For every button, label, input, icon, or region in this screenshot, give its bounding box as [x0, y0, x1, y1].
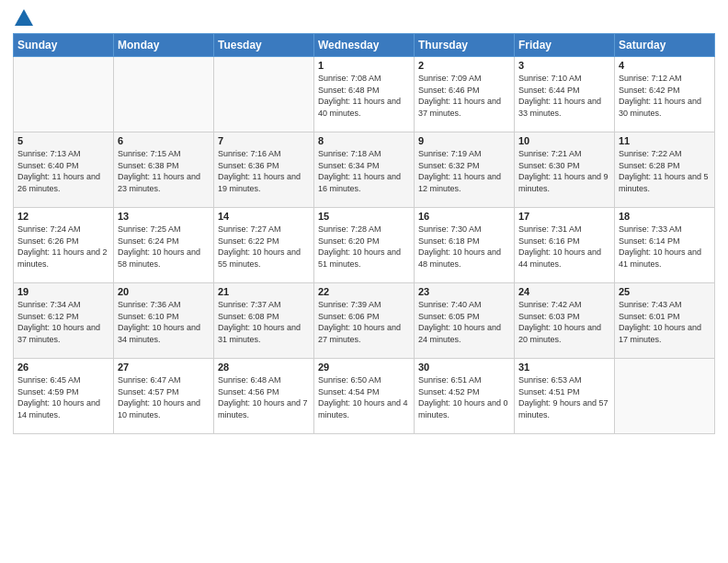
calendar-cell: 16Sunrise: 7:30 AM Sunset: 6:18 PM Dayli… — [415, 208, 515, 283]
day-info: Sunrise: 7:09 AM Sunset: 6:46 PM Dayligh… — [418, 73, 510, 119]
logo — [13, 9, 33, 28]
page-container: SundayMondayTuesdayWednesdayThursdayFrid… — [0, 0, 728, 563]
day-number: 21 — [218, 286, 310, 297]
calendar-cell: 2Sunrise: 7:09 AM Sunset: 6:46 PM Daylig… — [415, 57, 515, 132]
day-info: Sunrise: 7:25 AM Sunset: 6:24 PM Dayligh… — [118, 224, 210, 270]
day-number: 28 — [218, 362, 310, 373]
calendar-cell: 18Sunrise: 7:33 AM Sunset: 6:14 PM Dayli… — [615, 208, 715, 283]
day-info: Sunrise: 6:50 AM Sunset: 4:54 PM Dayligh… — [318, 374, 410, 420]
calendar-cell: 15Sunrise: 7:28 AM Sunset: 6:20 PM Dayli… — [314, 208, 415, 283]
calendar-table: SundayMondayTuesdayWednesdayThursdayFrid… — [13, 33, 715, 434]
day-info: Sunrise: 7:08 AM Sunset: 6:48 PM Dayligh… — [318, 73, 410, 119]
calendar-cell: 25Sunrise: 7:43 AM Sunset: 6:01 PM Dayli… — [615, 283, 715, 359]
day-info: Sunrise: 7:40 AM Sunset: 6:05 PM Dayligh… — [418, 299, 510, 345]
calendar-cell: 26Sunrise: 6:45 AM Sunset: 4:59 PM Dayli… — [14, 359, 114, 434]
day-info: Sunrise: 7:16 AM Sunset: 6:36 PM Dayligh… — [218, 148, 310, 194]
day-number: 22 — [318, 286, 410, 297]
day-info: Sunrise: 7:13 AM Sunset: 6:40 PM Dayligh… — [17, 148, 109, 194]
calendar-cell: 19Sunrise: 7:34 AM Sunset: 6:12 PM Dayli… — [14, 283, 114, 359]
day-number: 31 — [518, 362, 610, 373]
day-number: 17 — [518, 211, 610, 222]
day-info: Sunrise: 7:28 AM Sunset: 6:20 PM Dayligh… — [318, 224, 410, 270]
day-info: Sunrise: 7:24 AM Sunset: 6:26 PM Dayligh… — [17, 224, 109, 270]
calendar-cell: 28Sunrise: 6:48 AM Sunset: 4:56 PM Dayli… — [214, 359, 314, 434]
calendar-cell — [14, 57, 114, 132]
day-info: Sunrise: 7:21 AM Sunset: 6:30 PM Dayligh… — [518, 148, 610, 194]
weekday-header-row: SundayMondayTuesdayWednesdayThursdayFrid… — [14, 34, 715, 57]
calendar-week-row: 12Sunrise: 7:24 AM Sunset: 6:26 PM Dayli… — [14, 208, 715, 283]
calendar-cell: 6Sunrise: 7:15 AM Sunset: 6:38 PM Daylig… — [114, 132, 214, 208]
day-number: 1 — [318, 60, 410, 71]
calendar-cell: 8Sunrise: 7:18 AM Sunset: 6:34 PM Daylig… — [314, 132, 415, 208]
day-number: 8 — [318, 135, 410, 146]
day-number: 26 — [17, 362, 109, 373]
day-number: 19 — [17, 286, 109, 297]
weekday-header-wednesday: Wednesday — [314, 34, 415, 57]
day-number: 27 — [118, 362, 210, 373]
day-info: Sunrise: 7:15 AM Sunset: 6:38 PM Dayligh… — [118, 148, 210, 194]
day-info: Sunrise: 7:12 AM Sunset: 6:42 PM Dayligh… — [619, 73, 711, 119]
day-info: Sunrise: 7:19 AM Sunset: 6:32 PM Dayligh… — [418, 148, 510, 194]
calendar-cell: 20Sunrise: 7:36 AM Sunset: 6:10 PM Dayli… — [114, 283, 214, 359]
day-info: Sunrise: 7:36 AM Sunset: 6:10 PM Dayligh… — [118, 299, 210, 345]
weekday-header-saturday: Saturday — [615, 34, 715, 57]
day-info: Sunrise: 7:39 AM Sunset: 6:06 PM Dayligh… — [318, 299, 410, 345]
calendar-cell: 29Sunrise: 6:50 AM Sunset: 4:54 PM Dayli… — [314, 359, 415, 434]
day-number: 30 — [418, 362, 510, 373]
day-info: Sunrise: 7:18 AM Sunset: 6:34 PM Dayligh… — [318, 148, 410, 194]
calendar-cell: 23Sunrise: 7:40 AM Sunset: 6:05 PM Dayli… — [415, 283, 515, 359]
calendar-cell: 11Sunrise: 7:22 AM Sunset: 6:28 PM Dayli… — [615, 132, 715, 208]
calendar-cell: 4Sunrise: 7:12 AM Sunset: 6:42 PM Daylig… — [615, 57, 715, 132]
calendar-cell: 3Sunrise: 7:10 AM Sunset: 6:44 PM Daylig… — [515, 57, 615, 132]
calendar-cell: 14Sunrise: 7:27 AM Sunset: 6:22 PM Dayli… — [214, 208, 314, 283]
logo-triangle-icon — [15, 9, 33, 26]
day-number: 6 — [118, 135, 210, 146]
day-number: 14 — [218, 211, 310, 222]
day-info: Sunrise: 7:33 AM Sunset: 6:14 PM Dayligh… — [619, 224, 711, 270]
day-number: 18 — [619, 211, 711, 222]
calendar-cell — [114, 57, 214, 132]
calendar-cell: 13Sunrise: 7:25 AM Sunset: 6:24 PM Dayli… — [114, 208, 214, 283]
day-number: 13 — [118, 211, 210, 222]
logo-text — [13, 9, 33, 28]
day-number: 20 — [118, 286, 210, 297]
calendar-cell: 12Sunrise: 7:24 AM Sunset: 6:26 PM Dayli… — [14, 208, 114, 283]
day-info: Sunrise: 7:30 AM Sunset: 6:18 PM Dayligh… — [418, 224, 510, 270]
day-info: Sunrise: 6:51 AM Sunset: 4:52 PM Dayligh… — [418, 374, 510, 420]
day-number: 10 — [518, 135, 610, 146]
day-info: Sunrise: 7:22 AM Sunset: 6:28 PM Dayligh… — [619, 148, 711, 194]
calendar-week-row: 1Sunrise: 7:08 AM Sunset: 6:48 PM Daylig… — [14, 57, 715, 132]
calendar-week-row: 26Sunrise: 6:45 AM Sunset: 4:59 PM Dayli… — [14, 359, 715, 434]
weekday-header-sunday: Sunday — [14, 34, 114, 57]
calendar-cell: 17Sunrise: 7:31 AM Sunset: 6:16 PM Dayli… — [515, 208, 615, 283]
weekday-header-thursday: Thursday — [415, 34, 515, 57]
day-number: 24 — [518, 286, 610, 297]
day-info: Sunrise: 6:47 AM Sunset: 4:57 PM Dayligh… — [118, 374, 210, 420]
calendar-cell: 24Sunrise: 7:42 AM Sunset: 6:03 PM Dayli… — [515, 283, 615, 359]
weekday-header-tuesday: Tuesday — [214, 34, 314, 57]
day-info: Sunrise: 7:42 AM Sunset: 6:03 PM Dayligh… — [518, 299, 610, 345]
calendar-cell: 9Sunrise: 7:19 AM Sunset: 6:32 PM Daylig… — [415, 132, 515, 208]
day-info: Sunrise: 7:10 AM Sunset: 6:44 PM Dayligh… — [518, 73, 610, 119]
calendar-cell: 10Sunrise: 7:21 AM Sunset: 6:30 PM Dayli… — [515, 132, 615, 208]
day-number: 2 — [418, 60, 510, 71]
calendar-cell: 31Sunrise: 6:53 AM Sunset: 4:51 PM Dayli… — [515, 359, 615, 434]
day-info: Sunrise: 6:48 AM Sunset: 4:56 PM Dayligh… — [218, 374, 310, 420]
calendar-cell: 27Sunrise: 6:47 AM Sunset: 4:57 PM Dayli… — [114, 359, 214, 434]
day-number: 16 — [418, 211, 510, 222]
day-number: 23 — [418, 286, 510, 297]
day-number: 12 — [17, 211, 109, 222]
calendar-cell — [615, 359, 715, 434]
day-info: Sunrise: 6:53 AM Sunset: 4:51 PM Dayligh… — [518, 374, 610, 420]
day-number: 4 — [619, 60, 711, 71]
day-info: Sunrise: 7:31 AM Sunset: 6:16 PM Dayligh… — [518, 224, 610, 270]
day-info: Sunrise: 7:34 AM Sunset: 6:12 PM Dayligh… — [17, 299, 109, 345]
weekday-header-monday: Monday — [114, 34, 214, 57]
day-info: Sunrise: 7:37 AM Sunset: 6:08 PM Dayligh… — [218, 299, 310, 345]
calendar-cell: 22Sunrise: 7:39 AM Sunset: 6:06 PM Dayli… — [314, 283, 415, 359]
header — [13, 9, 715, 28]
calendar-cell: 21Sunrise: 7:37 AM Sunset: 6:08 PM Dayli… — [214, 283, 314, 359]
day-number: 5 — [17, 135, 109, 146]
day-number: 11 — [619, 135, 711, 146]
calendar-cell: 1Sunrise: 7:08 AM Sunset: 6:48 PM Daylig… — [314, 57, 415, 132]
